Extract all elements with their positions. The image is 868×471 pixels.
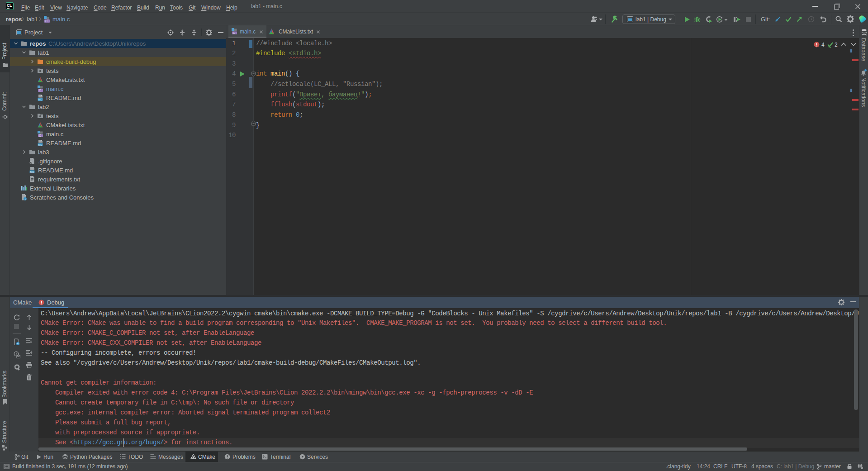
svg-text:C: C xyxy=(45,19,47,23)
